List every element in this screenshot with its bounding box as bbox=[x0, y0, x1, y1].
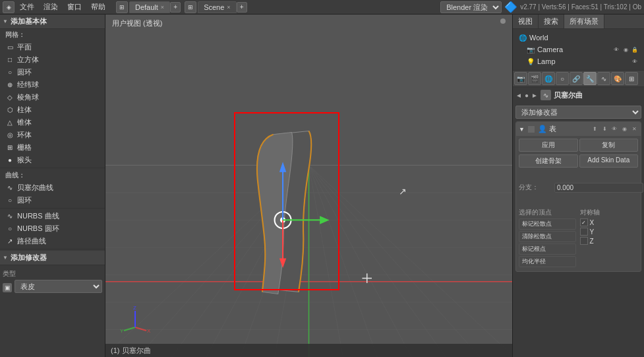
apply-btn[interactable]: 应用 bbox=[519, 139, 578, 152]
viewport-status: (1) 贝塞尔曲 bbox=[105, 344, 512, 357]
mesh-monkey[interactable]: ● 猴头 bbox=[0, 154, 105, 166]
cylinder-icon: ⬡ bbox=[5, 106, 15, 115]
mod-render-icon[interactable]: ◉ bbox=[620, 125, 628, 133]
scene-layout-icon[interactable]: ⊞ bbox=[185, 1, 196, 13]
mod-move-up-icon[interactable]: ⬆ bbox=[591, 125, 599, 133]
branch-value-input[interactable] bbox=[554, 183, 643, 193]
create-skeleton-btn[interactable]: 创建骨架 bbox=[519, 154, 578, 168]
world-icon: 🌐 bbox=[518, 33, 527, 42]
mesh-icosphere[interactable]: ◇ 棱角球 bbox=[0, 91, 105, 104]
add-skin-data-btn[interactable]: Add Skin Data bbox=[579, 154, 639, 168]
apply-copy-row: 应用 复制 bbox=[519, 139, 638, 152]
scene-world[interactable]: 🌐 World bbox=[515, 32, 641, 44]
right-tab-view[interactable]: 视图 bbox=[513, 15, 539, 28]
z-label: Z bbox=[590, 238, 594, 245]
nurbs-curve-icon: ∿ bbox=[5, 212, 15, 221]
skin-icon: ▣ bbox=[3, 283, 12, 292]
skin-type-select[interactable]: 表皮 bbox=[15, 280, 102, 293]
lamp-visibility-icon[interactable]: 👁 bbox=[631, 57, 639, 65]
menu-help[interactable]: 帮助 bbox=[87, 1, 109, 13]
props-scene-icon[interactable]: 🎬 bbox=[528, 72, 541, 85]
bezier-curve-icon: ∿ bbox=[5, 183, 15, 193]
mark-root-btn[interactable]: 标记根点 bbox=[519, 243, 576, 255]
mesh-cylinder[interactable]: ⬡ 柱体 bbox=[0, 104, 105, 116]
mesh-uvsphere[interactable]: ⊕ 经纬球 bbox=[0, 79, 105, 91]
monkey-icon: ● bbox=[5, 156, 15, 165]
scene-camera[interactable]: 📷 Camera 👁 ◉ 🔒 bbox=[515, 44, 641, 55]
menu-file[interactable]: 文件 bbox=[16, 1, 38, 13]
menu-render[interactable]: 渲染 bbox=[40, 1, 62, 13]
modifier-header[interactable]: ▼ 添加修改器 bbox=[0, 251, 105, 265]
camera-lock-icon[interactable]: 🔒 bbox=[631, 46, 639, 53]
svg-line-34 bbox=[135, 327, 146, 331]
add-scene-tab-btn[interactable]: + bbox=[237, 2, 247, 13]
equalize-btn[interactable]: 均化半径 bbox=[519, 256, 576, 267]
render-engine-select[interactable]: Blender 渲染 bbox=[440, 1, 502, 13]
layout-icon[interactable]: ⊞ bbox=[116, 1, 128, 13]
right-tab-search[interactable]: 搜索 bbox=[539, 15, 564, 28]
cube-icon: □ bbox=[5, 55, 15, 65]
skeleton-skin-row: 创建骨架 Add Skin Data bbox=[519, 154, 638, 168]
add-tab-btn[interactable]: + bbox=[170, 2, 181, 13]
copy-btn[interactable]: 复制 bbox=[579, 139, 639, 152]
add-modifier-select[interactable]: 添加修改器 bbox=[515, 106, 641, 119]
mesh-cone[interactable]: △ 锥体 bbox=[0, 116, 105, 129]
props-modifier-icon[interactable]: 🔧 bbox=[583, 72, 597, 85]
tab-close-default[interactable]: × bbox=[161, 4, 164, 11]
curve-bezier[interactable]: ∿ 贝塞尔曲线 bbox=[0, 181, 105, 194]
mesh-circle[interactable]: ○ 圆环 bbox=[0, 66, 105, 79]
add-primitive-header[interactable]: ▼ 添加基本体 bbox=[0, 15, 105, 29]
props-object-icon[interactable]: ○ bbox=[556, 72, 569, 85]
props-data-icon[interactable]: ∿ bbox=[597, 72, 610, 85]
right-tab-all-scenes[interactable]: 所有场景 bbox=[564, 15, 604, 28]
vertex-label: 选择的顶点 bbox=[519, 208, 577, 217]
clear-loose-btn[interactable]: 清除松散点 bbox=[519, 231, 576, 242]
menu-window[interactable]: 窗口 bbox=[63, 1, 86, 13]
mod-expand-icon: ▼ bbox=[519, 126, 525, 133]
svg-line-36 bbox=[124, 327, 135, 331]
tab-close-scene[interactable]: × bbox=[227, 4, 230, 11]
x-axis-check[interactable]: ✓ bbox=[580, 218, 588, 226]
props-material-icon[interactable]: 🎨 bbox=[611, 72, 624, 85]
mesh-cube[interactable]: □ 立方体 bbox=[0, 53, 105, 66]
nurbs-curve[interactable]: ∿ NURBS 曲线 bbox=[0, 210, 105, 222]
props-world-icon[interactable]: 🌐 bbox=[542, 72, 555, 85]
props-icon-row: 📷 🎬 🌐 ○ 🔗 🔧 ∿ 🎨 ⊞ bbox=[513, 71, 644, 87]
viewport[interactable]: ↗ 用户视图 (透视) X Y Z (1) 贝塞尔曲 bbox=[105, 15, 512, 357]
tab-default[interactable]: Default × bbox=[129, 1, 170, 13]
viewport-dot bbox=[500, 18, 506, 24]
mesh-plane[interactable]: ▭ 平面 bbox=[0, 41, 105, 53]
camera-render-icon[interactable]: ◉ bbox=[622, 46, 629, 53]
scene-lamp[interactable]: 💡 Lamp 👁 bbox=[515, 55, 641, 67]
tab-scene[interactable]: Scene × bbox=[198, 1, 236, 13]
props-texture-icon[interactable]: ⊞ bbox=[625, 72, 638, 85]
props-object-name: 贝塞尔曲 bbox=[554, 90, 583, 100]
props-nav-right[interactable]: ► bbox=[531, 92, 538, 99]
blender-icon-btn[interactable]: ◈ bbox=[3, 1, 15, 13]
props-nav-left[interactable]: ◄ bbox=[515, 92, 522, 99]
axes-indicator: X Y Z bbox=[119, 304, 152, 337]
circle-icon: ○ bbox=[5, 68, 15, 77]
selection-box bbox=[234, 112, 339, 290]
mark-loose-btn[interactable]: 标记松散点 bbox=[519, 218, 576, 230]
mesh-grid[interactable]: ⊞ 栅格 bbox=[0, 141, 105, 154]
skin-modifier-header[interactable]: ▼ 👤 表 ⬆ ⬇ 👁 ◉ ✕ bbox=[516, 122, 641, 136]
mod-visibility-icon[interactable]: 👁 bbox=[610, 125, 618, 133]
camera-visibility-icon[interactable]: 👁 bbox=[612, 46, 620, 53]
collapse-triangle: ▼ bbox=[3, 18, 8, 24]
props-render-icon[interactable]: 📷 bbox=[514, 72, 527, 85]
y-axis-check[interactable] bbox=[580, 228, 588, 236]
right-top-tabs: 视图 搜索 所有场景 bbox=[513, 15, 644, 29]
type-label: 类型 bbox=[3, 269, 102, 278]
mod-move-down-icon[interactable]: ⬇ bbox=[600, 125, 608, 133]
path-curve[interactable]: ↗ 路径曲线 bbox=[0, 235, 105, 247]
mesh-torus[interactable]: ◎ 环体 bbox=[0, 129, 105, 141]
nurbs-circle[interactable]: ○ NURBS 圆环 bbox=[0, 222, 105, 235]
props-constraint-icon[interactable]: 🔗 bbox=[570, 72, 583, 85]
camera-actions: 👁 ◉ 🔒 bbox=[612, 46, 639, 53]
mod-close-icon[interactable]: ✕ bbox=[630, 125, 638, 133]
divider-2 bbox=[0, 208, 105, 209]
curve-circle[interactable]: ○ 圆环 bbox=[0, 194, 105, 207]
z-axis-check[interactable] bbox=[580, 237, 588, 245]
curve-circle-icon: ○ bbox=[5, 196, 15, 205]
